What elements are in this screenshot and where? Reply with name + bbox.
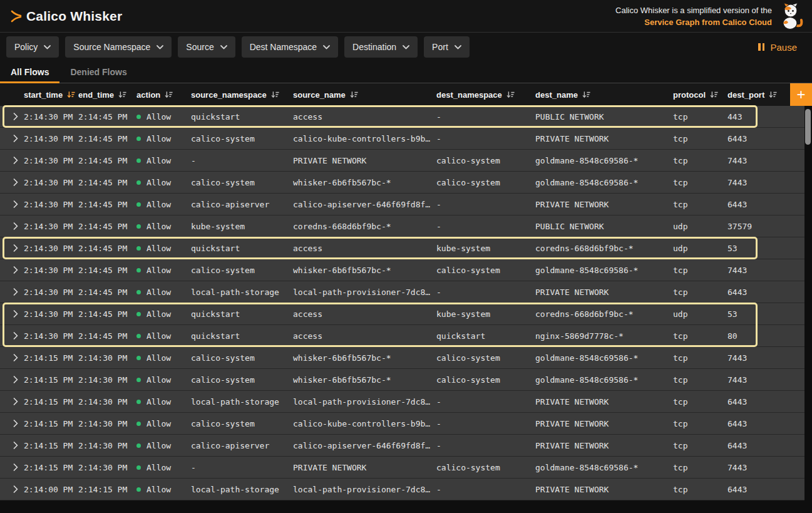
table-row[interactable]: 2:14:30 PM2:14:45 PMAllowquickstartacces… [0,303,804,325]
allow-status-dot [136,158,141,163]
filter-button-source-namespace[interactable]: Source Namespace [65,36,172,58]
table-row[interactable]: 2:14:15 PM2:14:30 PMAllow-PRIVATE NETWOR… [0,457,804,479]
row-expander[interactable] [0,464,24,471]
cell-protocol: tcp [673,397,727,407]
table-row[interactable]: 2:14:30 PM2:14:45 PMAllowkube-systemcore… [0,215,804,237]
row-expander[interactable] [0,310,24,318]
row-expander[interactable] [0,200,24,208]
row-expander[interactable] [0,354,24,361]
filter-button-policy[interactable]: Policy [6,36,59,58]
row-expander[interactable] [0,485,24,493]
cell-source_namespace: local-path-storage [191,485,293,494]
table-row[interactable]: 2:14:30 PM2:14:45 PMAllowquickstartacces… [0,106,804,128]
cell-start_time: 2:14:30 PM [24,156,78,165]
column-header-label: source_name [293,90,346,100]
cell-protocol: tcp [673,156,727,165]
cell-start_time: 2:14:15 PM [24,353,78,363]
row-expander[interactable] [0,376,24,383]
cell-protocol: tcp [673,134,727,143]
cell-dest_port: 80 [727,331,804,341]
cell-source_name: local-path-provisioner-7dc8… [293,485,436,494]
chevron-down-icon [44,45,51,49]
table-row[interactable]: 2:14:30 PM2:14:45 PMAllowquickstartacces… [0,325,804,347]
sort-icon[interactable] [506,91,515,99]
cell-action: Allow [136,222,191,231]
column-header-label: dest_namespace [436,90,502,100]
row-expander[interactable] [0,244,24,252]
action-label: Allow [146,485,171,494]
tab-all-flows[interactable]: All Flows [0,61,59,83]
row-expander[interactable] [0,135,24,142]
pause-icon [758,43,764,51]
table-row[interactable]: 2:14:30 PM2:14:45 PMAllowcalico-systemca… [0,128,804,150]
sort-icon[interactable] [769,91,777,99]
sort-icon[interactable] [118,91,126,99]
column-header-dest_namespace[interactable]: dest_namespace [436,90,535,100]
tagline-text: Calico Whisker is a simplified version o… [615,4,772,16]
row-expander[interactable] [0,442,24,449]
vertical-scrollbar-thumb[interactable] [805,109,811,145]
cell-source_name: PRIVATE NETWORK [293,463,436,472]
cell-dest_namespace: calico-system [436,463,535,472]
row-expander[interactable] [0,157,24,164]
tab-label: All Flows [11,67,49,77]
table-row[interactable]: 2:14:30 PM2:14:45 PMAllowcalico-apiserve… [0,194,804,215]
app-logo[interactable]: Calico Whisker [9,8,122,24]
chevron-right-icon [13,266,18,274]
filter-button-dest-namespace[interactable]: Dest Namespace [242,36,338,58]
table-row[interactable]: 2:14:15 PM2:14:30 PMAllowlocal-path-stor… [0,391,804,413]
sort-icon[interactable] [271,91,279,99]
table-row[interactable]: 2:14:15 PM2:14:30 PMAllowcalico-systemwh… [0,347,804,369]
table-row[interactable]: 2:14:30 PM2:14:45 PMAllow-PRIVATE NETWOR… [0,150,804,172]
cell-action: Allow [136,441,191,450]
sort-icon[interactable] [350,91,358,99]
column-header-start_time[interactable]: start_time [24,90,78,100]
filter-button-source[interactable]: Source [178,36,235,58]
row-expander[interactable] [0,288,24,296]
pause-button[interactable]: Pause [758,42,797,53]
table-row[interactable]: 2:14:30 PM2:14:45 PMAllowcalico-systemwh… [0,259,804,281]
column-header-protocol[interactable]: protocol [673,90,727,100]
table-row[interactable]: 2:14:15 PM2:14:30 PMAllowcalico-apiserve… [0,435,804,457]
row-expander[interactable] [0,113,24,120]
cell-protocol: tcp [673,419,727,428]
cell-dest_name: goldmane-8548c69586-* [535,353,673,363]
service-graph-link[interactable]: Service Graph from Calico Cloud [644,18,772,27]
row-expander[interactable] [0,222,24,230]
cell-dest_name: goldmane-8548c69586-* [535,156,673,165]
column-header-source_name[interactable]: source_name [293,90,436,100]
cell-source_name: PRIVATE NETWORK [293,156,436,165]
column-header-action[interactable]: action [136,90,191,100]
tab-denied-flows[interactable]: Denied Flows [59,61,137,83]
cell-dest_namespace: - [436,222,535,231]
row-expander[interactable] [0,179,24,186]
table-row[interactable]: 2:14:30 PM2:14:45 PMAllowcalico-systemwh… [0,172,804,194]
row-expander[interactable] [0,266,24,274]
action-label: Allow [146,222,171,231]
sort-icon[interactable] [710,91,718,99]
cell-protocol: tcp [673,375,727,385]
table-row[interactable]: 2:14:15 PM2:14:30 PMAllowcalico-systemca… [0,413,804,435]
column-header-dest_port[interactable]: dest_port [727,90,790,100]
sort-icon[interactable] [67,91,75,99]
column-header-dest_name[interactable]: dest_name [535,90,673,100]
table-row[interactable]: 2:14:15 PM2:14:30 PMAllowcalico-systemwh… [0,369,804,391]
filter-button-destination[interactable]: Destination [344,36,418,58]
row-expander[interactable] [0,398,24,405]
pause-label: Pause [770,42,797,53]
column-header-source_namespace[interactable]: source_namespace [191,90,293,100]
sort-icon[interactable] [582,91,590,99]
row-expander[interactable] [0,332,24,339]
table-row[interactable]: 2:14:30 PM2:14:45 PMAllowlocal-path-stor… [0,281,804,303]
action-label: Allow [146,419,171,428]
cell-source_name: coredns-668d6bf9bc-* [293,222,436,231]
column-header-end_time[interactable]: end_time [78,90,136,100]
add-filter-button[interactable]: + [790,83,812,106]
filter-button-port[interactable]: Port [424,36,470,58]
table-row[interactable]: 2:14:00 PM2:14:15 PMAllowlocal-path-stor… [0,479,804,500]
chevron-right-icon [13,332,18,339]
row-expander[interactable] [0,420,24,427]
sort-icon[interactable] [165,91,173,99]
cell-dest_port: 6443 [727,419,804,428]
table-row[interactable]: 2:14:30 PM2:14:45 PMAllowquickstartacces… [0,237,804,259]
